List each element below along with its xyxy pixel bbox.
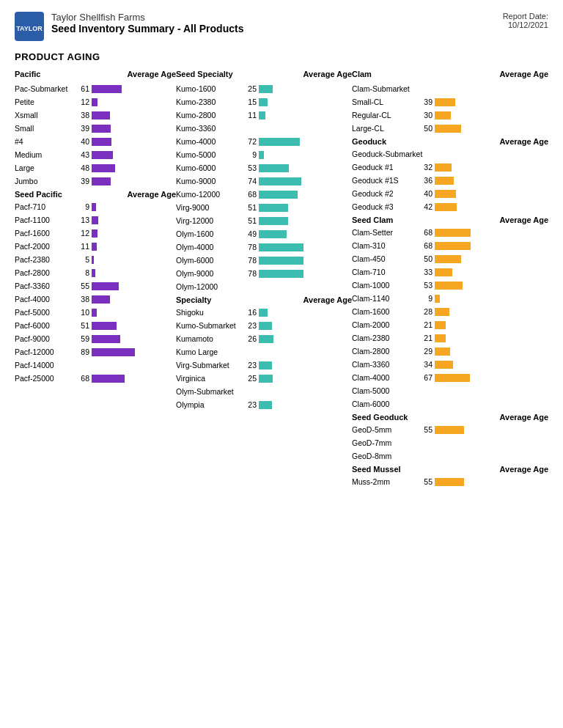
age-bar	[92, 295, 110, 304]
age-bar	[259, 151, 264, 159]
row-label: Xsmall	[15, 111, 73, 120]
bar-container	[435, 361, 548, 369]
row-label: Kumo Large	[176, 348, 240, 356]
row-age-value: 55	[73, 282, 89, 290]
row-label: Clam-2380	[352, 334, 416, 342]
age-bar	[435, 374, 470, 382]
row-age-value: 51	[240, 216, 257, 225]
list-item: Pacf-7109	[15, 201, 176, 213]
age-bar	[435, 308, 449, 316]
column-pacific: Pacific Average Age Pac-Submarket61Petit…	[15, 70, 176, 489]
col3-seedclam-label: Seed Clam	[352, 216, 393, 224]
row-age-value: 9	[73, 202, 89, 211]
bar-container	[92, 138, 176, 146]
row-age-value: 25	[240, 84, 257, 93]
row-age-value: 11	[73, 242, 89, 251]
row-age-value: 89	[73, 348, 89, 356]
row-label: Clam-1600	[352, 307, 416, 316]
col1-subitems: Pacf-7109Pacf-110013Pacf-160012Pacf-2000…	[15, 201, 176, 384]
age-bar	[435, 242, 471, 250]
row-age-value: 67	[416, 373, 433, 382]
age-bar	[92, 309, 97, 317]
row-label: Geoduck-Submarket	[352, 150, 416, 158]
row-age-value: 30	[416, 111, 433, 120]
age-bar	[92, 216, 98, 224]
bar-container	[92, 203, 176, 211]
list-item: Clam-45050	[352, 253, 548, 265]
list-item: Geoduck-Submarket	[352, 148, 548, 160]
list-item: Clam-11409	[352, 293, 548, 304]
row-label: Pacf-1600	[15, 229, 73, 238]
row-age-value: 39	[73, 124, 89, 133]
bar-container	[259, 322, 352, 330]
list-item: Regular-CL30	[352, 109, 548, 121]
age-bar	[259, 361, 272, 369]
row-age-value: 43	[73, 150, 89, 159]
age-bar	[435, 348, 450, 356]
bar-container	[259, 138, 352, 146]
bar-container	[259, 217, 352, 225]
list-item: Kumamoto26	[176, 333, 352, 345]
company-logo: TAYLOR	[15, 12, 44, 41]
bar-container	[259, 85, 352, 93]
row-age-value: 48	[73, 163, 89, 172]
row-label: Olym-4000	[176, 243, 240, 251]
row-age-value: 68	[416, 228, 433, 237]
list-item: Xsmall38	[15, 109, 176, 121]
bar-container	[92, 295, 176, 304]
row-label: Medium	[15, 150, 73, 159]
row-label: Virginica	[176, 374, 240, 383]
row-age-value: 21	[416, 320, 433, 329]
row-label: Olym-9000	[176, 269, 240, 278]
bar-container	[435, 321, 548, 329]
row-age-value: 12	[73, 229, 89, 238]
bar-container	[92, 111, 176, 120]
age-bar	[92, 335, 120, 343]
age-bar	[92, 243, 97, 251]
row-label: Clam-4000	[352, 373, 416, 382]
age-bar	[92, 98, 97, 106]
row-age-value: 39	[73, 177, 89, 185]
list-item: Kumo-238015	[176, 96, 352, 108]
row-age-value: 40	[416, 189, 433, 198]
bar-container	[435, 255, 548, 263]
bar-container	[435, 163, 548, 172]
svg-text:TAYLOR: TAYLOR	[16, 25, 43, 32]
age-bar	[92, 375, 125, 383]
column-clam: Clam Average Age Clam-SubmarketSmall-CL3…	[352, 70, 548, 489]
age-bar	[435, 426, 464, 434]
list-item: Clam-200021	[352, 319, 548, 331]
col2-subheader-label: Specialty	[176, 295, 211, 304]
bar-container	[435, 111, 548, 120]
age-bar	[92, 138, 111, 146]
col3-header: Clam Average Age	[352, 70, 548, 80]
list-item: Muss-2mm55	[352, 476, 548, 488]
bar-container	[435, 282, 548, 290]
bar-container	[259, 309, 352, 317]
list-item: Geoduck #132	[352, 161, 548, 173]
row-label: Pacf-2800	[15, 268, 73, 277]
age-bar	[435, 321, 446, 329]
age-bar	[259, 204, 288, 212]
bar-container	[435, 177, 548, 185]
col3-seedclam-age: Average Age	[497, 216, 548, 224]
bar-container	[259, 335, 352, 343]
list-item: Kumo Large	[176, 346, 352, 358]
age-bar	[92, 348, 135, 356]
list-item: Kumo-Submarket23	[176, 320, 352, 331]
age-bar	[435, 125, 461, 133]
list-item: Clam-238021	[352, 332, 548, 344]
col3-seedgeoduck-items: GeoD-5mm55GeoD-7mmGeoD-8mm	[352, 424, 548, 462]
row-age-value: 16	[240, 308, 257, 317]
row-age-value: 78	[240, 256, 257, 265]
list-item: Olym-12000	[176, 281, 352, 293]
row-label: Geoduck #3	[352, 202, 416, 211]
row-label: Large	[15, 163, 73, 172]
age-bar	[92, 164, 115, 172]
list-item: Kumo-400072	[176, 136, 352, 147]
list-item: Pacf-1200089	[15, 346, 176, 358]
bar-container	[92, 229, 176, 238]
age-bar	[259, 243, 303, 251]
row-age-value: 23	[240, 321, 257, 330]
row-label: Pacf-5000	[15, 308, 73, 317]
